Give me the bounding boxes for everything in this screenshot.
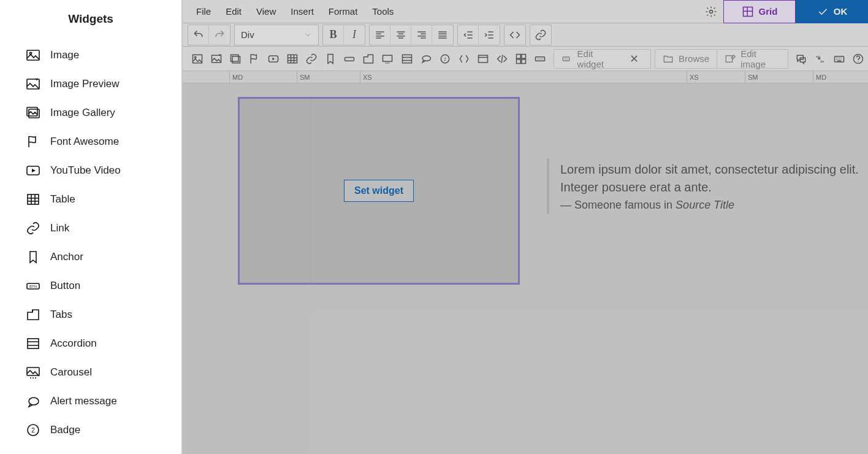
menu-view[interactable]: View bbox=[249, 0, 283, 23]
widget-item-carousel[interactable]: Carousel bbox=[0, 358, 181, 387]
browse-button[interactable]: Browse bbox=[655, 49, 717, 69]
svg-point-13 bbox=[35, 377, 36, 379]
insert-more-button[interactable] bbox=[531, 49, 550, 69]
widget-item-table[interactable]: Table bbox=[0, 185, 181, 214]
code-brackets-icon bbox=[458, 53, 470, 65]
insert-tabs-button[interactable] bbox=[359, 49, 378, 69]
widget-item-badge[interactable]: 2 Badge bbox=[0, 415, 181, 444]
insert-alert-button[interactable] bbox=[416, 49, 435, 69]
image-preview-icon bbox=[26, 77, 40, 91]
align-center-button[interactable] bbox=[390, 25, 411, 45]
svg-point-43 bbox=[564, 58, 565, 60]
widget-item-tabs[interactable]: Tabs bbox=[0, 300, 181, 329]
bold-button[interactable]: B bbox=[323, 25, 344, 45]
bookmark-icon bbox=[26, 250, 40, 264]
insert-image-preview-button[interactable] bbox=[207, 49, 226, 69]
menu-format[interactable]: Format bbox=[321, 0, 365, 23]
widget-item-font-awesome[interactable]: Font Awesome bbox=[0, 127, 181, 156]
format-toolbar: Div B I bbox=[183, 23, 868, 47]
insert-widget-button[interactable] bbox=[512, 49, 531, 69]
grid-toggle-button[interactable]: Grid bbox=[723, 0, 796, 23]
insert-image-gallery-button[interactable] bbox=[226, 49, 245, 69]
italic-button[interactable]: I bbox=[344, 25, 365, 45]
align-justify-button[interactable] bbox=[432, 25, 453, 45]
badge-icon: 2 bbox=[26, 423, 40, 437]
settings-button[interactable] bbox=[699, 0, 723, 23]
ellipsis-box-icon bbox=[562, 53, 573, 64]
indent-button[interactable] bbox=[479, 25, 500, 45]
close-icon[interactable]: ✕ bbox=[625, 52, 643, 66]
menu-file[interactable]: File bbox=[189, 0, 218, 23]
set-widget-button[interactable]: Set widget bbox=[344, 180, 414, 202]
svg-point-40 bbox=[539, 58, 541, 60]
widget-item-image-preview[interactable]: Image Preview bbox=[0, 69, 181, 98]
ruler-mark-md-left: MD bbox=[229, 71, 243, 83]
insert-youtube-button[interactable] bbox=[264, 49, 283, 69]
link-icon bbox=[535, 29, 547, 41]
keyboard-icon bbox=[833, 53, 845, 65]
align-left-icon bbox=[374, 29, 386, 41]
blockquote[interactable]: Lorem ipsum dolor sit amet, consectetur … bbox=[547, 158, 859, 214]
widget-item-image[interactable]: Image bbox=[0, 40, 181, 69]
insert-link-button2[interactable] bbox=[302, 49, 321, 69]
language-button[interactable]: ende bbox=[811, 49, 830, 69]
block-format-select[interactable]: Div bbox=[234, 25, 319, 45]
align-right-button[interactable] bbox=[411, 25, 432, 45]
widget-item-link[interactable]: Link bbox=[0, 214, 181, 242]
insert-container-button[interactable] bbox=[473, 49, 492, 69]
widget-item-youtube[interactable]: YouTube Video bbox=[0, 156, 181, 185]
italic-icon: I bbox=[352, 28, 356, 41]
carousel-icon bbox=[381, 53, 394, 65]
insert-font-awesome-button[interactable] bbox=[245, 49, 264, 69]
widget-item-button[interactable]: BTN Button bbox=[0, 271, 181, 300]
chevron-down-icon bbox=[303, 31, 312, 39]
keyboard-button[interactable] bbox=[830, 49, 849, 69]
code-icon bbox=[509, 29, 521, 41]
menu-insert[interactable]: Insert bbox=[283, 0, 321, 23]
widget-item-label: Button bbox=[50, 280, 80, 292]
svg-rect-6 bbox=[28, 194, 39, 204]
ok-button[interactable]: OK bbox=[796, 0, 868, 23]
undo-button[interactable] bbox=[188, 25, 209, 45]
ruler-mark-md-right: MD bbox=[813, 71, 826, 83]
insert-carousel-button[interactable] bbox=[378, 49, 397, 69]
insert-button-button[interactable] bbox=[340, 49, 359, 69]
editor-canvas[interactable]: Set widget Lorem ipsum dolor sit amet, c… bbox=[183, 83, 868, 454]
svg-rect-35 bbox=[522, 54, 526, 58]
insert-anchor-button[interactable] bbox=[321, 49, 340, 69]
insert-table-button[interactable] bbox=[283, 49, 302, 69]
align-left-button[interactable] bbox=[370, 25, 390, 45]
outdent-button[interactable] bbox=[458, 25, 479, 45]
insert-html-button[interactable] bbox=[493, 49, 512, 69]
svg-point-44 bbox=[565, 58, 566, 60]
insert-badge-button[interactable]: 2 bbox=[435, 49, 454, 69]
widget-item-label: YouTube Video bbox=[50, 164, 121, 177]
widget-placeholder[interactable]: Set widget bbox=[238, 97, 520, 285]
accordion-icon bbox=[401, 53, 413, 65]
insert-image-button[interactable] bbox=[188, 49, 207, 69]
widget-item-label: Anchor bbox=[50, 251, 83, 263]
insert-link-button[interactable] bbox=[530, 25, 551, 45]
source-code-button[interactable] bbox=[504, 25, 525, 45]
edit-widget-button[interactable]: Edit widget ✕ bbox=[554, 49, 652, 69]
comments-button[interactable] bbox=[792, 49, 811, 69]
widget-item-label: Tabs bbox=[50, 309, 72, 321]
menu-tools[interactable]: Tools bbox=[365, 0, 401, 23]
widget-item-alert[interactable]: Alert message bbox=[0, 387, 181, 415]
widget-item-label: Table bbox=[50, 193, 75, 206]
menu-edit[interactable]: Edit bbox=[218, 0, 249, 23]
help-button[interactable] bbox=[849, 49, 868, 69]
svg-rect-36 bbox=[517, 59, 521, 63]
widget-item-image-gallery[interactable]: Image Gallery bbox=[0, 98, 181, 127]
widget-item-anchor[interactable]: Anchor bbox=[0, 242, 181, 271]
svg-point-29 bbox=[389, 62, 390, 63]
widget-item-accordion[interactable]: Accordion bbox=[0, 329, 181, 358]
insert-accordion-button[interactable] bbox=[397, 49, 416, 69]
svg-rect-33 bbox=[478, 55, 487, 63]
svg-rect-17 bbox=[743, 7, 752, 16]
edit-image-button[interactable]: Edit image bbox=[717, 49, 788, 69]
flag-icon bbox=[248, 53, 261, 65]
insert-snippet-button[interactable] bbox=[454, 49, 473, 69]
svg-text:2: 2 bbox=[31, 427, 35, 434]
redo-button[interactable] bbox=[209, 25, 230, 45]
